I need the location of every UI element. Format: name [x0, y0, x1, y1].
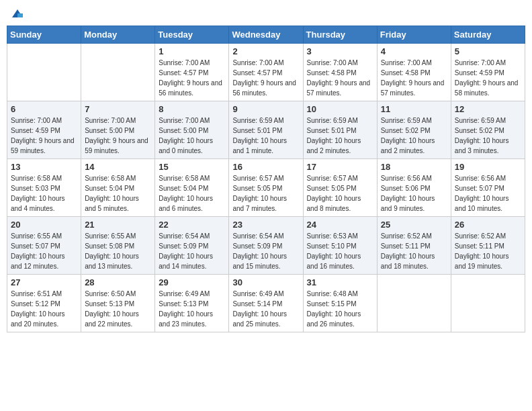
day-number: 6 [11, 104, 77, 114]
day-cell: 28Sunrise: 6:50 AMSunset: 5:13 PMDayligh… [81, 275, 155, 332]
day-info: Sunrise: 6:51 AMSunset: 5:12 PMDaylight:… [11, 289, 77, 329]
day-info: Sunrise: 7:00 AMSunset: 4:59 PMDaylight:… [455, 58, 521, 98]
day-number: 5 [455, 46, 521, 56]
day-number: 17 [307, 162, 373, 172]
week-row-1: 1Sunrise: 7:00 AMSunset: 4:57 PMDaylight… [7, 44, 525, 101]
day-cell: 31Sunrise: 6:48 AMSunset: 5:15 PMDayligh… [303, 275, 377, 332]
day-info: Sunrise: 6:49 AMSunset: 5:14 PMDaylight:… [232, 289, 299, 329]
day-cell: 24Sunrise: 6:53 AMSunset: 5:10 PMDayligh… [303, 217, 377, 275]
day-info: Sunrise: 7:00 AMSunset: 5:00 PMDaylight:… [85, 116, 151, 156]
day-info: Sunrise: 6:55 AMSunset: 5:08 PMDaylight:… [85, 231, 151, 271]
day-cell: 1Sunrise: 7:00 AMSunset: 4:57 PMDaylight… [155, 44, 229, 101]
day-number: 16 [232, 162, 299, 172]
weekday-header-sunday: Sunday [7, 26, 81, 44]
day-cell: 14Sunrise: 6:58 AMSunset: 5:04 PMDayligh… [81, 159, 155, 217]
logo [9, 7, 26, 20]
day-cell: 15Sunrise: 6:58 AMSunset: 5:04 PMDayligh… [155, 159, 229, 217]
day-info: Sunrise: 6:52 AMSunset: 5:11 PMDaylight:… [381, 231, 447, 271]
logo-icon [11, 7, 24, 20]
day-cell: 12Sunrise: 6:59 AMSunset: 5:02 PMDayligh… [451, 101, 525, 159]
day-info: Sunrise: 6:58 AMSunset: 5:04 PMDaylight:… [159, 173, 225, 214]
week-row-3: 13Sunrise: 6:58 AMSunset: 5:03 PMDayligh… [7, 159, 525, 217]
week-row-5: 27Sunrise: 6:51 AMSunset: 5:12 PMDayligh… [7, 275, 525, 332]
day-info: Sunrise: 6:57 AMSunset: 5:05 PMDaylight:… [307, 173, 373, 214]
weekday-header-monday: Monday [81, 26, 155, 44]
day-cell: 7Sunrise: 7:00 AMSunset: 5:00 PMDaylight… [81, 101, 155, 159]
weekday-header-saturday: Saturday [451, 26, 525, 44]
calendar-table: SundayMondayTuesdayWednesdayThursdayFrid… [7, 26, 525, 332]
day-number: 25 [381, 220, 447, 230]
day-info: Sunrise: 7:00 AMSunset: 4:57 PMDaylight:… [159, 58, 225, 98]
svg-marker-1 [17, 13, 23, 17]
day-number: 13 [11, 162, 77, 172]
day-cell: 2Sunrise: 7:00 AMSunset: 4:57 PMDaylight… [229, 44, 303, 101]
day-cell: 30Sunrise: 6:49 AMSunset: 5:14 PMDayligh… [229, 275, 303, 332]
day-number: 27 [11, 277, 77, 287]
day-number: 12 [455, 104, 521, 114]
day-cell [377, 275, 451, 332]
day-number: 20 [11, 220, 77, 230]
day-cell: 21Sunrise: 6:55 AMSunset: 5:08 PMDayligh… [81, 217, 155, 275]
day-info: Sunrise: 6:56 AMSunset: 5:06 PMDaylight:… [381, 173, 447, 214]
day-number: 23 [232, 220, 299, 230]
day-number: 4 [381, 46, 447, 56]
day-number: 3 [307, 46, 373, 56]
day-number: 21 [85, 220, 151, 230]
day-info: Sunrise: 7:00 AMSunset: 4:58 PMDaylight:… [381, 58, 447, 98]
day-info: Sunrise: 6:59 AMSunset: 5:01 PMDaylight:… [232, 116, 299, 156]
day-number: 1 [159, 46, 225, 56]
day-number: 9 [232, 104, 299, 114]
page-header [7, 7, 525, 20]
day-info: Sunrise: 6:59 AMSunset: 5:01 PMDaylight:… [307, 116, 373, 156]
day-number: 28 [85, 277, 151, 287]
day-cell: 23Sunrise: 6:54 AMSunset: 5:09 PMDayligh… [229, 217, 303, 275]
day-info: Sunrise: 6:54 AMSunset: 5:09 PMDaylight:… [159, 231, 225, 271]
day-info: Sunrise: 6:52 AMSunset: 5:11 PMDaylight:… [455, 231, 521, 271]
day-info: Sunrise: 6:53 AMSunset: 5:10 PMDaylight:… [307, 231, 373, 271]
day-number: 26 [455, 220, 521, 230]
day-info: Sunrise: 6:54 AMSunset: 5:09 PMDaylight:… [232, 231, 299, 271]
day-number: 8 [159, 104, 225, 114]
day-cell: 29Sunrise: 6:49 AMSunset: 5:13 PMDayligh… [155, 275, 229, 332]
day-cell [451, 275, 525, 332]
day-number: 11 [381, 104, 447, 114]
day-cell: 17Sunrise: 6:57 AMSunset: 5:05 PMDayligh… [303, 159, 377, 217]
weekday-header-friday: Friday [377, 26, 451, 44]
day-cell: 3Sunrise: 7:00 AMSunset: 4:58 PMDaylight… [303, 44, 377, 101]
day-cell: 8Sunrise: 7:00 AMSunset: 5:00 PMDaylight… [155, 101, 229, 159]
day-number: 10 [307, 104, 373, 114]
day-cell: 13Sunrise: 6:58 AMSunset: 5:03 PMDayligh… [7, 159, 81, 217]
weekday-header-row: SundayMondayTuesdayWednesdayThursdayFrid… [7, 26, 525, 44]
weekday-header-tuesday: Tuesday [155, 26, 229, 44]
day-info: Sunrise: 7:00 AMSunset: 4:59 PMDaylight:… [11, 116, 77, 156]
day-cell [7, 44, 81, 101]
day-cell: 6Sunrise: 7:00 AMSunset: 4:59 PMDaylight… [7, 101, 81, 159]
day-info: Sunrise: 6:59 AMSunset: 5:02 PMDaylight:… [381, 116, 447, 156]
day-cell [81, 44, 155, 101]
day-cell: 19Sunrise: 6:56 AMSunset: 5:07 PMDayligh… [451, 159, 525, 217]
day-cell: 9Sunrise: 6:59 AMSunset: 5:01 PMDaylight… [229, 101, 303, 159]
day-cell: 5Sunrise: 7:00 AMSunset: 4:59 PMDaylight… [451, 44, 525, 101]
day-info: Sunrise: 6:56 AMSunset: 5:07 PMDaylight:… [455, 173, 521, 214]
day-number: 18 [381, 162, 447, 172]
day-info: Sunrise: 6:48 AMSunset: 5:15 PMDaylight:… [307, 289, 373, 329]
day-cell: 27Sunrise: 6:51 AMSunset: 5:12 PMDayligh… [7, 275, 81, 332]
day-number: 14 [85, 162, 151, 172]
day-cell: 16Sunrise: 6:57 AMSunset: 5:05 PMDayligh… [229, 159, 303, 217]
day-info: Sunrise: 6:58 AMSunset: 5:03 PMDaylight:… [11, 173, 77, 214]
weekday-header-wednesday: Wednesday [229, 26, 303, 44]
day-info: Sunrise: 6:57 AMSunset: 5:05 PMDaylight:… [232, 173, 299, 214]
day-number: 7 [85, 104, 151, 114]
day-cell: 11Sunrise: 6:59 AMSunset: 5:02 PMDayligh… [377, 101, 451, 159]
day-cell: 26Sunrise: 6:52 AMSunset: 5:11 PMDayligh… [451, 217, 525, 275]
day-number: 15 [159, 162, 225, 172]
day-number: 24 [307, 220, 373, 230]
weekday-header-thursday: Thursday [303, 26, 377, 44]
day-cell: 22Sunrise: 6:54 AMSunset: 5:09 PMDayligh… [155, 217, 229, 275]
day-number: 2 [232, 46, 299, 56]
day-info: Sunrise: 6:58 AMSunset: 5:04 PMDaylight:… [85, 173, 151, 214]
day-info: Sunrise: 6:49 AMSunset: 5:13 PMDaylight:… [159, 289, 225, 329]
day-number: 30 [232, 277, 299, 287]
day-number: 29 [159, 277, 225, 287]
day-number: 31 [307, 277, 373, 287]
